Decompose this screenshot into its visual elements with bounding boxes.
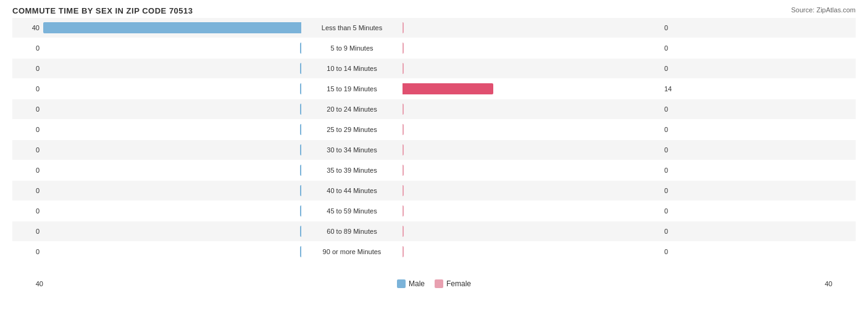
female-bar-container — [401, 62, 661, 75]
female-bar-container — [401, 205, 661, 217]
female-bar — [403, 144, 404, 155]
male-value: 0 — [12, 187, 43, 194]
row-label: 30 to 34 Minutes — [303, 146, 401, 154]
male-value: 0 — [12, 85, 43, 93]
male-bar-container — [43, 246, 303, 258]
row-label: 60 to 89 Minutes — [303, 228, 401, 235]
male-bar-container — [43, 22, 303, 34]
female-value: 0 — [661, 44, 691, 52]
female-bar — [403, 43, 404, 54]
male-bar — [300, 205, 301, 217]
bottom-right-label: 40 — [825, 280, 856, 287]
male-bar-container — [43, 225, 303, 237]
female-bar — [403, 63, 404, 74]
female-bar-container — [401, 123, 661, 136]
row-label: 10 to 14 Minutes — [303, 65, 401, 72]
female-bar — [403, 83, 493, 94]
female-bar — [403, 22, 404, 33]
male-value: 0 — [12, 126, 43, 133]
male-bar — [300, 83, 301, 94]
row-label: Less than 5 Minutes — [303, 24, 401, 31]
male-value: 0 — [12, 248, 43, 255]
chart-row: 030 to 34 Minutes0 — [12, 140, 856, 160]
female-value: 0 — [661, 228, 691, 235]
chart-area: 40Less than 5 Minutes005 to 9 Minutes001… — [12, 18, 856, 277]
male-bar-container — [43, 123, 303, 136]
male-value: 0 — [12, 167, 43, 174]
male-bar-container — [43, 83, 303, 95]
chart-row: 060 to 89 Minutes0 — [12, 221, 856, 241]
male-bar-container — [43, 42, 303, 54]
chart-row: 40Less than 5 Minutes0 — [12, 18, 856, 38]
male-value: 0 — [12, 228, 43, 235]
row-label: 15 to 19 Minutes — [303, 85, 401, 93]
female-bar-container — [401, 184, 661, 197]
chart-row: 020 to 24 Minutes0 — [12, 99, 856, 119]
female-bar-container — [401, 103, 661, 115]
female-bar-container — [401, 22, 661, 34]
chart-row: 015 to 19 Minutes14 — [12, 79, 856, 99]
male-bar — [300, 226, 301, 237]
female-bar — [403, 226, 404, 237]
row-label: 35 to 39 Minutes — [303, 167, 401, 174]
row-label: 25 to 29 Minutes — [303, 126, 401, 133]
legend-female-box — [435, 279, 443, 288]
male-bar — [300, 63, 301, 74]
male-value: 0 — [12, 207, 43, 215]
male-value: 0 — [12, 65, 43, 72]
male-bar-container — [43, 144, 303, 156]
female-value: 0 — [661, 105, 691, 113]
bottom-section: 40 Male Female 40 — [12, 279, 856, 288]
female-bar — [403, 165, 404, 176]
row-label: 45 to 59 Minutes — [303, 207, 401, 215]
female-value: 0 — [661, 207, 691, 215]
legend-male-box — [397, 279, 406, 288]
female-value: 0 — [661, 24, 691, 31]
male-bar — [43, 22, 301, 33]
chart-row: 035 to 39 Minutes0 — [12, 160, 856, 180]
female-bar-container — [401, 225, 661, 237]
female-bar-container — [401, 246, 661, 258]
chart-row: 090 or more Minutes0 — [12, 242, 856, 262]
female-value: 0 — [661, 167, 691, 174]
legend-female-label: Female — [446, 279, 471, 288]
female-bar-container — [401, 42, 661, 54]
male-bar — [300, 104, 301, 115]
chart-row: 040 to 44 Minutes0 — [12, 181, 856, 200]
male-bar — [300, 246, 301, 257]
male-bar — [300, 144, 301, 155]
legend-female: Female — [435, 279, 471, 288]
female-bar — [403, 246, 404, 257]
female-value: 0 — [661, 187, 691, 194]
source-label: Source: ZipAtlas.com — [791, 6, 856, 14]
female-bar — [403, 205, 404, 217]
male-value: 0 — [12, 105, 43, 113]
female-bar-container — [401, 144, 661, 156]
male-bar-container — [43, 62, 303, 75]
male-bar — [300, 124, 301, 135]
chart-container: COMMUTE TIME BY SEX IN ZIP CODE 70513 So… — [0, 0, 868, 322]
male-value: 40 — [12, 24, 43, 31]
male-bar — [300, 185, 301, 196]
male-value: 0 — [12, 146, 43, 154]
chart-row: 025 to 29 Minutes0 — [12, 120, 856, 139]
male-bar-container — [43, 205, 303, 217]
male-bar-container — [43, 184, 303, 197]
female-bar — [403, 124, 404, 135]
bottom-left-label: 40 — [12, 280, 43, 287]
female-value: 0 — [661, 146, 691, 154]
male-value: 0 — [12, 44, 43, 52]
female-value: 0 — [661, 248, 691, 255]
female-bar — [403, 185, 404, 196]
row-label: 90 or more Minutes — [303, 248, 401, 255]
row-label: 40 to 44 Minutes — [303, 187, 401, 194]
female-bar — [403, 104, 404, 115]
chart-title: COMMUTE TIME BY SEX IN ZIP CODE 70513 — [12, 6, 856, 15]
row-label: 5 to 9 Minutes — [303, 44, 401, 52]
legend-male: Male — [397, 279, 425, 288]
male-bar-container — [43, 103, 303, 115]
chart-row: 010 to 14 Minutes0 — [12, 59, 856, 78]
legend-male-label: Male — [409, 279, 425, 288]
row-label: 20 to 24 Minutes — [303, 105, 401, 113]
chart-row: 045 to 59 Minutes0 — [12, 201, 856, 221]
